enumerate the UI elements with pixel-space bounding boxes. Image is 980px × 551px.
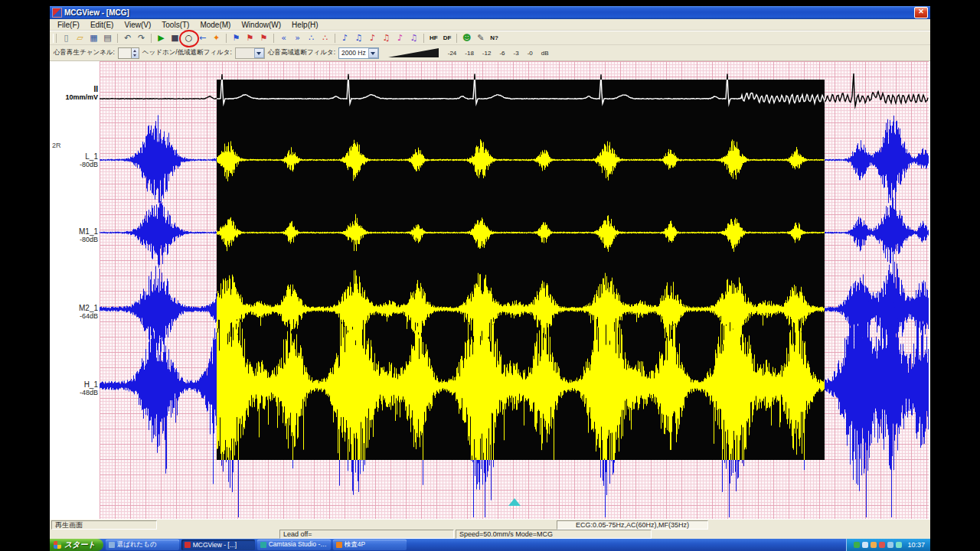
signal-view: 2R II10mm/mVL_1-80dBM1_1-80dBM2_1-64dBH_… [50,61,930,519]
db-tick-1: -24 [448,50,457,57]
menu-item-7[interactable]: Help(H) [286,21,323,29]
menu-item-5[interactable]: Mode(M) [194,21,236,29]
lead-indicator: 2R [52,142,61,149]
save-icon[interactable]: ▦ [87,32,100,44]
toolbar-separator [456,34,457,43]
tray-icon-4[interactable] [879,542,885,548]
channel-scale: -80dB [52,161,98,169]
highcut-filter-value: 2000 Hz [341,49,366,57]
video-letterbox-stage: MCGView - [MCG] ✕ File(F)Edit(E)View(V)T… [0,0,980,551]
note-red-icon[interactable]: ♪ [366,32,379,44]
menu-item-1[interactable]: File(F) [52,21,85,29]
undo-icon[interactable]: ↶ [121,32,134,44]
channel-name: M1_1 [52,227,98,236]
channel-label-M1_1: M1_1-80dB [52,227,98,244]
df-filter-button[interactable]: DF [441,32,454,44]
play-channel-label: 心音再生チャンネル: [54,48,115,57]
next-event-icon[interactable]: » [291,32,304,44]
db-tick-4: -6 [499,50,505,57]
flag-red2-icon[interactable]: ⚑ [257,32,270,44]
waveform-canvas[interactable] [100,61,929,519]
playback-position-marker[interactable] [508,498,521,506]
highcut-filter-label: 心音高域遮断フィルタ: [268,48,335,57]
task-label: 選ばれたもの [117,540,157,549]
db-tick-7: dB [541,50,549,57]
note-purple-icon[interactable]: ♫ [407,32,420,44]
menu-item-3[interactable]: View(V) [119,21,156,29]
flag-red-icon[interactable]: ⚑ [243,32,256,44]
highcut-filter-select[interactable]: 2000 Hz [338,47,379,59]
channel-name: L_1 [52,152,98,161]
status-bar-lower: Lead off= Speed=50.0mm/s Mode=MCG [50,530,930,539]
play-channel-spinner[interactable] [118,47,139,59]
marker-icon[interactable]: ✦ [210,32,223,44]
taskbar: スタート 選ばれたものMCGView - [...]Camtasia Studi… [50,539,930,551]
tray-icon-6[interactable] [896,542,902,548]
taskbar-task-2[interactable]: MCGView - [...] [181,540,255,550]
stop-icon[interactable]: ■ [168,32,181,44]
menu-item-4[interactable]: Tools(T) [156,21,194,29]
task-icon [336,542,342,548]
taskbar-task-1[interactable]: 選ばれたもの [106,540,179,550]
note-blue2-icon[interactable]: ♫ [352,32,365,44]
speed-mode-status: Speed=50.0mm/s Mode=MCG [456,530,652,539]
user-icon[interactable]: ☻ [460,32,473,44]
help-icon[interactable]: N? [488,32,501,44]
task-label: Camtasia Studio - 無... [269,540,328,549]
menu-item-6[interactable]: Window(W) [236,21,286,29]
hf-filter-button[interactable]: HF [427,32,440,44]
close-button[interactable]: ✕ [914,7,928,18]
open-folder-icon[interactable]: ▱ [74,32,87,44]
tray-icons [854,542,902,548]
channel-scale: 10mm/mV [52,93,98,102]
tray-icon-2[interactable] [862,542,868,548]
lead-off-status: Lead off= [279,530,454,539]
windows-logo-icon [54,541,61,549]
tray-icon-3[interactable] [871,542,877,548]
toolbar-separator [226,34,227,43]
app-icon [52,8,62,18]
db-tick-2: -18 [465,50,474,57]
tray-icon-1[interactable] [854,542,860,548]
toolbar-separator [335,34,335,43]
audio-controls-bar: 心音再生チャンネル: ヘッドホン/低域遮断フィルタ: 心音高域遮断フィルタ: 2… [50,45,930,61]
zoom-icon[interactable]: ○ [182,32,195,44]
channel-labels: 2R II10mm/mVL_1-80dBM1_1-80dBM2_1-64dBH_… [50,61,100,519]
play-icon[interactable]: ▶ [155,32,168,44]
channel-name: II [52,85,98,93]
lowcut-filter-select[interactable] [235,47,265,59]
toolbar-separator [151,34,152,43]
taskbar-task-4[interactable]: 検査4P [333,540,407,550]
channel-scale: -64dB [52,312,98,321]
playback-status: 再生画面 [51,520,157,530]
new-file-icon[interactable]: ▯ [60,32,73,44]
back-arrow-icon[interactable]: ← [196,32,209,44]
db-tick-3: -12 [482,50,492,57]
channel-scale: -80dB [52,236,98,244]
channel-label-L_1: L_1-80dB [52,152,98,169]
note-magenta-icon[interactable]: ♪ [394,32,407,44]
steps-blue-icon[interactable]: ∴ [305,32,318,44]
channel-scale: -48dB [52,389,98,397]
note-blue-icon[interactable]: ♪ [338,32,351,44]
window-title: MCGView - [MCG] [64,8,912,17]
prev-event-icon[interactable]: « [277,32,290,44]
flag-blue-icon[interactable]: ⚑ [230,32,243,44]
spinner-arrows-icon[interactable] [131,48,139,58]
redo-icon[interactable]: ↷ [135,32,148,44]
task-icon [109,542,115,548]
task-label: MCGView - [...] [193,541,237,549]
taskbar-task-3[interactable]: Camtasia Studio - 無... [257,540,331,550]
task-icon [260,542,266,548]
ecg-filter-settings: ECG:0.05-75Hz,AC(60Hz),MF(35Hz) [557,520,708,530]
tray-icon-5[interactable] [887,542,893,548]
start-label: スタート [64,540,96,550]
steps-red-icon[interactable]: ∴ [318,32,332,44]
draw-icon[interactable]: ✎ [474,32,487,44]
application-window: MCGView - [MCG] ✕ File(F)Edit(E)View(V)T… [50,6,930,548]
print-icon[interactable]: ▤ [101,32,114,44]
start-button[interactable]: スタート [50,539,103,551]
note-red2-icon[interactable]: ♫ [380,32,393,44]
menu-item-2[interactable]: Edit(E) [85,21,119,29]
volume-slider[interactable] [388,48,439,57]
